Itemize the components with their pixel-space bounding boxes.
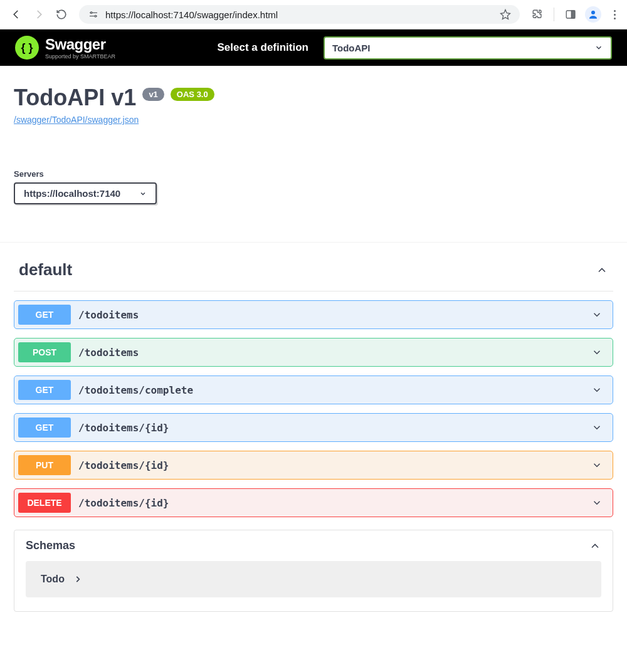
method-badge: PUT — [18, 455, 71, 475]
swagger-topbar: { } Swagger Supported by SMARTBEAR Selec… — [0, 29, 627, 66]
schemas-label: Schemas — [26, 539, 75, 552]
chevron-down-icon — [591, 459, 603, 471]
forward-button[interactable] — [30, 6, 48, 23]
servers-label: Servers — [14, 169, 613, 179]
operation-path: /todoitems/{id} — [78, 422, 591, 434]
chevron-down-icon — [594, 43, 603, 52]
address-bar[interactable]: https://localhost:7140/swagger/index.htm… — [79, 5, 520, 24]
logo-subtitle: Supported by SMARTBEAR — [45, 53, 115, 60]
svg-point-4 — [591, 11, 595, 14]
chevron-up-icon — [596, 264, 608, 276]
schema-item-todo[interactable]: Todo — [26, 561, 601, 597]
browser-menu-icon[interactable] — [609, 10, 619, 19]
chevron-down-icon — [139, 190, 147, 197]
operation-delete-todoitems-id[interactable]: DELETE /todoitems/{id} — [14, 488, 613, 517]
method-badge: DELETE — [18, 493, 71, 513]
server-select[interactable]: https://localhost:7140 — [14, 182, 157, 204]
tag-name: default — [19, 260, 72, 280]
oas-badge: OAS 3.0 — [171, 88, 214, 101]
chevron-down-icon — [591, 384, 603, 396]
server-value: https://localhost:7140 — [24, 188, 120, 199]
schemas-header[interactable]: Schemas — [14, 530, 613, 561]
extensions-icon[interactable] — [529, 6, 546, 23]
definition-value: TodoAPI — [332, 43, 371, 53]
chevron-right-icon — [73, 575, 82, 584]
operation-put-todoitems-id[interactable]: PUT /todoitems/{id} — [14, 451, 613, 480]
operation-get-todoitems[interactable]: GET /todoitems — [14, 300, 613, 329]
tag-header-default[interactable]: default — [14, 254, 613, 291]
svg-point-0 — [90, 12, 92, 14]
method-badge: POST — [18, 342, 71, 362]
svg-point-1 — [95, 15, 97, 17]
spec-link[interactable]: /swagger/TodoAPI/swagger.json — [14, 115, 139, 125]
swagger-logo[interactable]: { } Swagger Supported by SMARTBEAR — [15, 36, 115, 60]
swagger-logo-icon: { } — [15, 36, 39, 60]
api-title: TodoAPI v1 — [14, 85, 136, 111]
operation-path: /todoitems — [78, 309, 591, 321]
operation-path: /todoitems — [78, 347, 591, 359]
divider — [554, 8, 554, 21]
operation-post-todoitems[interactable]: POST /todoitems — [14, 338, 613, 367]
chevron-down-icon — [591, 422, 603, 433]
definition-select[interactable]: TodoAPI — [324, 36, 612, 60]
operation-get-todoitems-id[interactable]: GET /todoitems/{id} — [14, 413, 613, 442]
chevron-down-icon — [591, 497, 603, 508]
site-info-icon[interactable] — [88, 9, 99, 20]
method-badge: GET — [18, 380, 71, 400]
method-badge: GET — [18, 417, 71, 438]
select-definition-label: Select a definition — [218, 41, 308, 54]
schema-name: Todo — [41, 574, 65, 585]
operation-path: /todoitems/complete — [78, 384, 591, 396]
chevron-up-icon — [589, 540, 601, 552]
operation-get-todoitems-complete[interactable]: GET /todoitems/complete — [14, 375, 613, 404]
schemas-section: Schemas Todo — [14, 530, 613, 612]
chevron-down-icon — [591, 347, 603, 358]
logo-title: Swagger — [45, 36, 115, 53]
profile-avatar[interactable] — [584, 6, 602, 23]
reload-button[interactable] — [53, 6, 70, 23]
method-badge: GET — [18, 305, 71, 325]
back-button[interactable] — [8, 6, 25, 23]
url-text: https://localhost:7140/swagger/index.htm… — [105, 9, 278, 20]
side-panel-icon[interactable] — [562, 6, 579, 23]
chevron-down-icon — [591, 309, 603, 320]
version-badge: v1 — [142, 88, 164, 101]
operation-path: /todoitems/{id} — [78, 497, 591, 509]
operation-path: /todoitems/{id} — [78, 459, 591, 471]
svg-rect-3 — [572, 11, 575, 18]
browser-toolbar: https://localhost:7140/swagger/index.htm… — [0, 0, 627, 29]
star-icon[interactable] — [500, 9, 511, 20]
